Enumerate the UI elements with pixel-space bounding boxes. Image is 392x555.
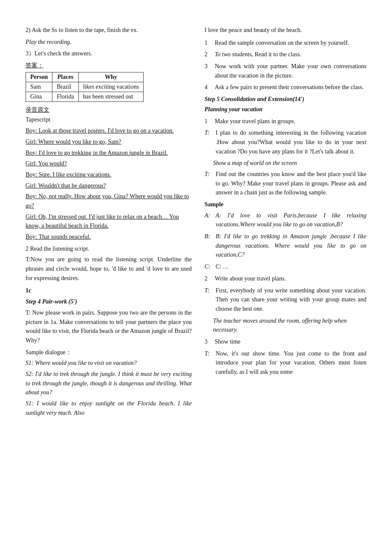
t-label-1: T: (205, 128, 213, 156)
col-person: Person (26, 72, 52, 82)
col-places: Places (52, 72, 78, 82)
t-label-4: T: (205, 349, 213, 377)
instruction-line2: Play the recording. (26, 38, 192, 47)
step5-item2: 2 Write about your travel plans. (205, 274, 366, 283)
num-1: 1 (205, 38, 212, 48)
instruction-line3: 3）Let's check the answers. (26, 49, 192, 58)
step5-item2-text: Write about your travel plans. (215, 274, 286, 283)
item3-text: Now work with your partner. Make your ow… (215, 62, 366, 80)
cell-brazil: Brazil (52, 82, 78, 92)
script-line-6: Boy: No, not really. How about you, Gina… (26, 192, 192, 210)
cell-sam: Sam (26, 82, 52, 92)
cell-florida: Florida (52, 92, 78, 101)
tapescript-label: Tapescript (26, 115, 192, 124)
step5-t4: T: Now, it's our show time. You just com… (205, 349, 366, 377)
teacher-note: The teacher moves around the room, offer… (213, 316, 366, 335)
item2-text: To two students, Read it to the class. (215, 50, 301, 59)
sample-a: A: A: I'd love to visit Paris,because I … (205, 211, 366, 229)
label-1c: 1c (26, 286, 192, 295)
script-line-0: Boy: Look at those travel posters. I'd l… (26, 126, 192, 136)
numbered-item-1: 1 Read the sample conversation on the sc… (205, 38, 366, 48)
t4-content: Now, it's our show time. You just come t… (216, 349, 366, 377)
t-label-3: T: (205, 286, 213, 314)
b-text: B: I'd like to go trekking in Amazon jun… (216, 232, 366, 260)
t2-content: Find out the countries you know and the … (216, 170, 366, 197)
step5-t3: T: First, everybody of you write somethi… (205, 286, 366, 314)
num-5-3: 3 (205, 337, 212, 347)
num-5-1: 1 (205, 117, 212, 126)
numbered-item-3: 3 Now work with your partner. Make your … (205, 62, 366, 80)
step5-sub: Planning your vacation (205, 105, 366, 114)
num-3: 3 (205, 62, 212, 80)
right-line1: I love the peace and beauty of the beach… (205, 26, 366, 35)
a-text: A: I'd love to visit Paris,because I lik… (216, 211, 366, 229)
table-row-gina: Gina Florida has been stressed out (26, 92, 144, 101)
t3-content: First, everybody of you write something … (216, 286, 366, 314)
step5-item3-text: Show time (215, 337, 240, 347)
num-2: 2 (205, 50, 212, 59)
t-note: T:Now you are going to read the listenin… (26, 255, 192, 283)
c-label: C: (205, 262, 213, 272)
item1-text: Read the sample conversation on the scre… (215, 38, 349, 48)
sample-b: B: B: I'd like to go trekking in Amazon … (205, 232, 366, 260)
script-line-5: Girl: Wouldn't that be dangerous? (26, 181, 192, 191)
numbered-item-4: 4 Ask a few pairs to present their conve… (205, 83, 366, 92)
item4-text: Ask a few pairs to present their convers… (215, 83, 364, 92)
b-label: B: (205, 232, 213, 260)
script-line-7: Girl: Oh, I'm stressed out. I'd just lik… (26, 212, 192, 231)
sample-c: C: C: … (205, 262, 366, 272)
t1-content: I plan to do something interesting in th… (216, 128, 366, 156)
script-line-3: Girl: You would? (26, 159, 192, 168)
map-note: Show a map of world on the screen (213, 159, 366, 168)
sample-dialogue-label: Sample dialogue： (26, 348, 192, 357)
left-column: 2) Ask the Ss to listen to the tape, fin… (26, 26, 192, 420)
right-column: I love the peace and beauty of the beach… (205, 26, 366, 420)
c-text: C: … (216, 262, 229, 272)
step5-t2: T: Find out the countries you know and t… (205, 170, 366, 197)
cell-gina-why: has been stressed out (78, 92, 143, 101)
instruction-line1: 2) Ask the Ss to listen to the tape, fin… (26, 26, 192, 35)
num-4: 4 (205, 83, 212, 92)
step5-t1: T: I plan to do something interesting in… (205, 128, 366, 156)
s1-answer: S1: I would like to enjoy sunlight on th… (26, 399, 192, 417)
read-script: 2 Read the listening script. (26, 244, 192, 254)
step4-header: Step 4 Pair-work (5') (26, 297, 192, 306)
col-why: Why (78, 72, 143, 82)
t-step4: T: Now please work in pairs. Suppose you… (26, 308, 192, 345)
transcript-label: 录音原文 (26, 105, 192, 115)
step5-item1-text: Make your travel plans in groups. (215, 117, 295, 126)
cell-sam-why: likes exciting vacations (78, 82, 143, 92)
answers-label: 答案： (26, 61, 192, 70)
script-line-8: Boy: That sounds peaceful. (26, 232, 192, 242)
t-label-2: T: (205, 170, 213, 197)
step5-header: Step 5 Consolidation and Extension(14') (205, 95, 366, 104)
num-5-2: 2 (205, 274, 212, 283)
answers-table: Person Places Why Sam Brazil likes excit… (26, 72, 144, 102)
numbered-item-2: 2 To two students, Read it to the class. (205, 50, 366, 59)
step5-item3: 3 Show time (205, 337, 366, 347)
s2-answer: S2: I'd like to trek through the jungle.… (26, 370, 192, 397)
script-line-4: Boy: Sure. I like exciting vacations. (26, 170, 192, 179)
sample-label: Sample (205, 200, 366, 209)
table-row-sam: Sam Brazil likes exciting vacations (26, 82, 144, 92)
step5-item1: 1 Make your travel plans in groups. (205, 117, 366, 126)
cell-gina: Gina (26, 92, 52, 101)
script-line-1: Girl: Where would you like to go, Sam? (26, 137, 192, 147)
script-line-2: Boy: I'd love to go trekking in the Amaz… (26, 148, 192, 158)
a-label: A: (205, 211, 213, 229)
s1-question: S1: Where would you like to visit on vac… (26, 358, 192, 368)
